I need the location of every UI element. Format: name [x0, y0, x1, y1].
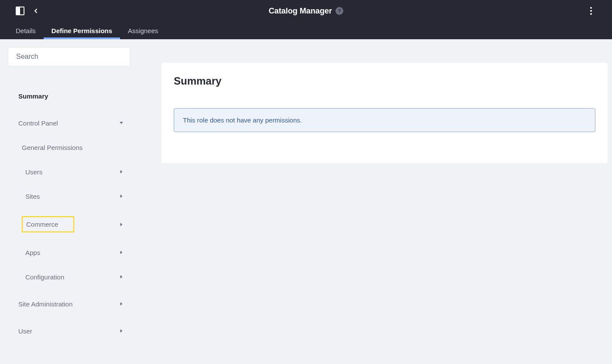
- info-banner-text: This role does not have any permissions.: [183, 116, 302, 124]
- svg-point-0: [590, 7, 592, 9]
- chevron-right-icon: [119, 222, 124, 227]
- sidebar-item-apps[interactable]: Apps: [25, 247, 124, 258]
- svg-marker-5: [120, 194, 123, 198]
- sidebar-item-commerce[interactable]: Commerce: [22, 216, 74, 232]
- sidebar-item-configuration[interactable]: Configuration: [25, 272, 124, 282]
- sidebar-item-sites[interactable]: Sites: [25, 191, 124, 201]
- svg-marker-10: [120, 329, 123, 333]
- tabs-bar: Details Define Permissions Assignees: [0, 22, 612, 39]
- chevron-right-icon: [119, 328, 124, 333]
- svg-marker-3: [120, 122, 123, 124]
- sidebar-item-label: Commerce: [26, 221, 58, 228]
- chevron-right-icon: [119, 301, 124, 306]
- summary-card: Summary This role does not have any perm…: [162, 63, 608, 163]
- svg-marker-4: [120, 170, 123, 173]
- header-top-row: Catalog Manager ?: [0, 0, 612, 22]
- svg-marker-6: [120, 223, 123, 226]
- tab-define-permissions[interactable]: Define Permissions: [44, 22, 120, 39]
- svg-marker-8: [120, 275, 123, 279]
- tab-assignees[interactable]: Assignees: [120, 22, 166, 39]
- sidebar-item-label: User: [18, 327, 32, 335]
- page-title: Catalog Manager: [268, 7, 332, 16]
- sidebar-item-label: Users: [25, 168, 42, 176]
- sidebar-item-label: Configuration: [25, 273, 64, 281]
- sidebar-item-control-panel[interactable]: Control Panel: [18, 118, 124, 128]
- sidebar-item-label: Summary: [18, 92, 48, 100]
- sidebar-item-label: Site Administration: [18, 300, 72, 308]
- body-area: Summary Control Panel General Permission…: [0, 39, 612, 364]
- sidebar-item-general-permissions[interactable]: General Permissions: [22, 142, 124, 153]
- search-input[interactable]: [16, 53, 122, 61]
- sidebar-item-user[interactable]: User: [18, 326, 124, 336]
- app-header: Catalog Manager ? Details Define Permiss…: [0, 0, 612, 39]
- sidebar-toggle-icon[interactable]: [16, 7, 24, 15]
- header-title-area: Catalog Manager ?: [268, 7, 343, 16]
- sidebar-item-label: Apps: [25, 249, 40, 256]
- svg-point-2: [590, 13, 592, 15]
- sidebar: Summary Control Panel General Permission…: [0, 39, 138, 364]
- chevron-right-icon: [119, 250, 124, 255]
- search-box[interactable]: [8, 47, 130, 66]
- sidebar-item-label: Sites: [25, 193, 40, 200]
- back-icon[interactable]: [32, 7, 39, 14]
- sidebar-item-users[interactable]: Users: [25, 167, 124, 177]
- help-icon[interactable]: ?: [336, 7, 344, 15]
- header-right-area: [586, 6, 612, 16]
- more-options-icon[interactable]: [586, 6, 596, 16]
- header-left-icons: [0, 7, 39, 15]
- chevron-right-icon: [119, 194, 124, 199]
- card-title: Summary: [174, 75, 595, 87]
- sidebar-item-label: General Permissions: [22, 144, 83, 151]
- sidebar-item-site-administration[interactable]: Site Administration: [18, 299, 124, 309]
- main-content: Summary This role does not have any perm…: [138, 39, 612, 364]
- sidebar-item-label: Control Panel: [18, 119, 58, 127]
- chevron-right-icon: [119, 274, 124, 279]
- chevron-right-icon: [119, 169, 124, 174]
- chevron-down-icon: [119, 120, 124, 126]
- svg-point-1: [590, 10, 592, 12]
- info-banner: This role does not have any permissions.: [174, 108, 595, 132]
- sidebar-item-summary[interactable]: Summary: [18, 91, 124, 101]
- tab-details[interactable]: Details: [16, 22, 44, 39]
- svg-marker-9: [120, 302, 123, 306]
- sidebar-item-commerce-row[interactable]: Commerce: [8, 213, 130, 236]
- svg-marker-7: [120, 251, 123, 254]
